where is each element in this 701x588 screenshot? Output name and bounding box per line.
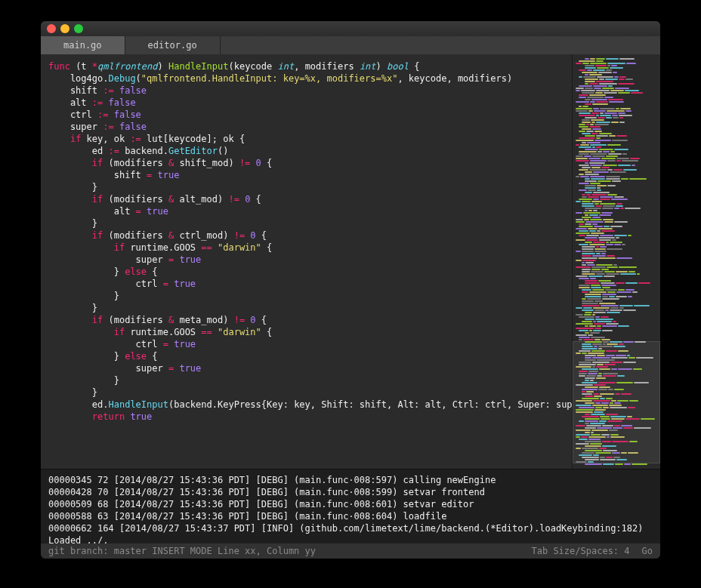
code-line: func (t *qmlfrontend) HandleInput(keycod… <box>48 60 564 72</box>
code-line: } else { <box>48 350 564 362</box>
code-line: ed := backend.GetEditor() <box>48 145 564 157</box>
statusbar: git branch: master INSERT MODE Line xx, … <box>41 543 660 559</box>
code-line: ctrl = true <box>48 338 564 350</box>
code-line: if (modifiers & shift_mod) != 0 { <box>48 157 564 169</box>
status-syntax[interactable]: Go <box>642 546 653 556</box>
code-line: } else { <box>48 266 564 278</box>
console-line: 00000509 68 [2014/08/27 15:43:36 PDT] [D… <box>48 498 653 510</box>
status-left: git branch: master INSERT MODE Line xx, … <box>48 546 316 556</box>
code-line: log4go.Debug("qmlfrontend.HandleInput: k… <box>48 72 564 85</box>
console-line: 00000428 70 [2014/08/27 15:43:36 PDT] [D… <box>48 486 653 498</box>
close-button[interactable] <box>47 24 56 33</box>
code-line: } <box>48 386 564 399</box>
tabbar-fill <box>221 36 660 54</box>
code-line: } <box>48 181 564 193</box>
titlebar[interactable] <box>41 21 660 36</box>
code-line: super = true <box>48 254 564 266</box>
code-line: if runtime.GOOS == "darwin" { <box>48 326 564 338</box>
code-line: alt = true <box>48 205 564 217</box>
console-line: 00000662 164 [2014/08/27 15:43:37 PDT] [… <box>48 522 653 543</box>
code-line: ctrl = true <box>48 278 564 290</box>
code-line: if runtime.GOOS == "darwin" { <box>48 242 564 254</box>
code-line: shift := false <box>48 85 564 97</box>
zoom-button[interactable] <box>74 24 83 33</box>
code-line: } <box>48 302 564 314</box>
code-editor[interactable]: func (t *qmlfrontend) HandleInput(keycod… <box>41 54 572 469</box>
code-line: } <box>48 374 564 386</box>
minimize-button[interactable] <box>60 24 69 33</box>
code-line: super = true <box>48 362 564 374</box>
editor-area: func (t *qmlfrontend) HandleInput(keycod… <box>41 54 660 469</box>
code-line: if (modifiers & meta_mod) != 0 { <box>48 314 564 326</box>
tab-main-go[interactable]: main.go <box>41 36 125 54</box>
console-output[interactable]: 00000345 72 [2014/08/27 15:43:36 PDT] [D… <box>41 469 660 543</box>
code-line: if key, ok := lut[keycode]; ok { <box>48 133 564 145</box>
code-line: } <box>48 217 564 229</box>
code-line: } <box>48 290 564 302</box>
editor-window: main.goeditor.go func (t *qmlfrontend) H… <box>41 21 660 559</box>
tabbar: main.goeditor.go <box>41 36 660 54</box>
code-line: ed.HandleInput(backend.KeyPress{Key: key… <box>48 399 564 411</box>
status-tab-size[interactable]: Tab Size/Spaces: 4 <box>532 546 630 556</box>
code-line: return true <box>48 411 564 423</box>
code-line: alt := false <box>48 97 564 109</box>
console-line: 00000345 72 [2014/08/27 15:43:36 PDT] [D… <box>48 474 653 486</box>
tab-editor-go[interactable]: editor.go <box>125 36 221 54</box>
code-line: ctrl := false <box>48 109 564 121</box>
code-line: if (modifiers & alt_mod) != 0 { <box>48 193 564 205</box>
code-line: super := false <box>48 121 564 133</box>
code-line: if (modifiers & ctrl_mod) != 0 { <box>48 229 564 242</box>
console-line: 00000588 63 [2014/08/27 15:43:36 PDT] [D… <box>48 510 653 522</box>
code-line: shift = true <box>48 169 564 181</box>
minimap[interactable] <box>572 54 660 469</box>
